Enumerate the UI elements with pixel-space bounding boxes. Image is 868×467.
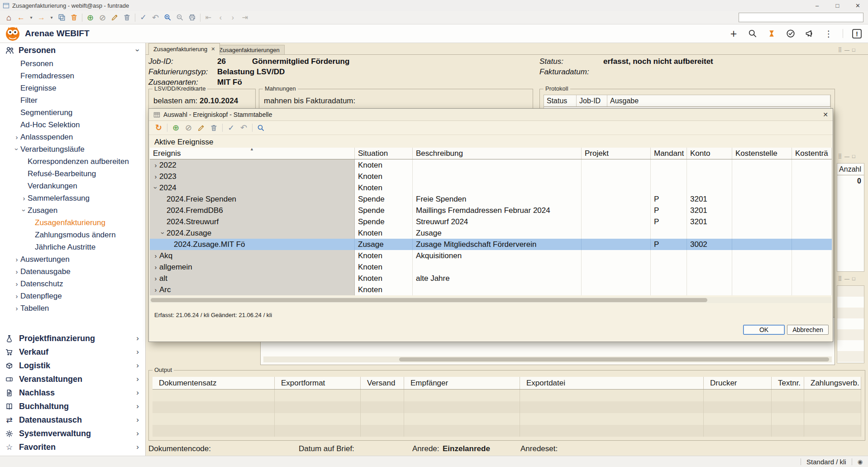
- sidebar-module-nachlass[interactable]: Nachlass›: [0, 386, 145, 400]
- column-header-kostenstelle[interactable]: Kostenstelle: [732, 148, 792, 159]
- event-row-2024-zusage[interactable]: ›2024.ZusageKnotenZusage: [150, 227, 832, 239]
- expander-collapsed-icon[interactable]: ›: [152, 159, 159, 171]
- print-icon[interactable]: [188, 13, 196, 23]
- column-header-kostentr[interactable]: Kostenträ: [792, 148, 832, 159]
- zoom-in-icon[interactable]: [163, 13, 172, 23]
- ok-button[interactable]: OK: [743, 325, 785, 335]
- output-column-textnr[interactable]: Textnr.: [772, 377, 804, 389]
- event-row-2024-streuwurf[interactable]: 2024.StreuwurfSpendeStreuwurf 2024P3201: [150, 216, 832, 227]
- sidebar-item-sammelerfassung[interactable]: ›Sammelerfassung: [0, 192, 145, 204]
- column-header-projekt[interactable]: Projekt: [582, 148, 651, 159]
- forward-icon[interactable]: →: [37, 13, 46, 23]
- chevron-right-icon[interactable]: ›: [13, 280, 20, 288]
- sidebar-module-buchhaltung[interactable]: Buchhaltung›: [0, 400, 145, 413]
- sidebar-item-personen[interactable]: Personen: [0, 58, 145, 70]
- sidebar-item-datenpflege[interactable]: ›Datenpflege: [0, 290, 145, 302]
- event-row-2022[interactable]: ›2022Knoten: [150, 159, 832, 171]
- protokoll-column-job-id[interactable]: Job-ID: [577, 95, 607, 106]
- event-row-2024-zusage-mit-f[interactable]: 2024.Zusage.MIT FöZusageZusage Mitglieds…: [150, 239, 832, 250]
- delete-record-icon[interactable]: [123, 13, 131, 23]
- event-row-allgemein[interactable]: ›allgemeinKnoten: [150, 261, 832, 273]
- megaphone-icon[interactable]: [805, 29, 815, 39]
- output-column-zahlungsverb[interactable]: Zahlungsverb.: [804, 377, 861, 389]
- kebab-menu-icon[interactable]: ⋮: [824, 29, 834, 39]
- sidebar-item-zahlungsmodus-ndern[interactable]: Zahlungsmodus ändern: [0, 229, 145, 241]
- sidebar-item-korrespondenzen-aufbereiten[interactable]: Korrespondenzen aufbereiten: [0, 155, 145, 168]
- event-row-akq[interactable]: ›AkqKnotenAkquisitionen: [150, 250, 832, 261]
- quick-search-input[interactable]: [739, 13, 863, 22]
- status-connection-icon[interactable]: ◉: [858, 458, 863, 465]
- horizontal-scrollbar[interactable]: [263, 356, 832, 362]
- sidebar-item-zusagenfakturierung[interactable]: Zusagenfakturierung: [0, 217, 145, 229]
- panel-controls[interactable]: ⣿—□: [838, 275, 855, 281]
- panel-minimize-icon[interactable]: —: [844, 154, 849, 159]
- edit-icon[interactable]: [110, 13, 119, 23]
- expander-collapsed-icon[interactable]: ›: [152, 284, 159, 295]
- grip-icon[interactable]: ⣿: [838, 153, 842, 159]
- panel-maximize-icon[interactable]: □: [852, 47, 855, 53]
- scrollbar-thumb[interactable]: [151, 298, 707, 302]
- output-column-exportdatei[interactable]: Exportdatei: [520, 377, 704, 389]
- delete-icon[interactable]: [210, 123, 218, 133]
- undo-icon[interactable]: ↶: [151, 13, 160, 23]
- tab-zusagenfakturierung[interactable]: Zusagenfakturierung ✕: [148, 43, 220, 55]
- copy-icon[interactable]: [57, 13, 66, 23]
- hourglass-icon[interactable]: [767, 29, 777, 39]
- new-record-icon[interactable]: ⊕: [172, 123, 180, 133]
- confirm-icon[interactable]: ✓: [139, 13, 148, 23]
- sidebar-module-veranstaltungen[interactable]: Veranstaltungen›: [0, 372, 145, 386]
- chevron-right-icon[interactable]: ›: [13, 292, 20, 300]
- output-column-drucker[interactable]: Drucker: [704, 377, 772, 389]
- nav-first-icon[interactable]: ⇤: [204, 13, 213, 23]
- chevron-right-icon[interactable]: ›: [13, 304, 20, 312]
- expander-collapsed-icon[interactable]: ›: [152, 273, 159, 284]
- sidebar-item-verdankungen[interactable]: Verdankungen: [0, 180, 145, 192]
- chevron-right-icon[interactable]: ›: [13, 133, 20, 141]
- chevron-down-icon[interactable]: ›: [13, 146, 21, 153]
- sidebar-item-datenschutz[interactable]: ›Datenschutz: [0, 278, 145, 290]
- alert-button[interactable]: !: [852, 29, 862, 39]
- event-row-2023[interactable]: ›2023Knoten: [150, 171, 832, 182]
- nav-last-icon[interactable]: ⇥: [241, 13, 249, 23]
- output-column-exportformat[interactable]: Exportformat: [275, 377, 361, 389]
- sidebar-module-verkauf[interactable]: Verkauf›: [0, 345, 145, 359]
- event-row-2024-freie-spenden[interactable]: 2024.Freie SpendenSpendeFreie SpendenP32…: [150, 193, 832, 205]
- refresh-icon[interactable]: ↻: [154, 123, 163, 133]
- chevron-right-icon[interactable]: ›: [13, 268, 20, 275]
- deactivate-icon[interactable]: ⊘: [184, 123, 193, 133]
- sidebar-item-zusagen[interactable]: ›Zusagen: [0, 204, 145, 217]
- panel-minimize-icon[interactable]: —: [844, 276, 849, 281]
- event-row-2024[interactable]: ›2024Knoten: [150, 182, 832, 193]
- dialog-close-icon[interactable]: ✕: [823, 111, 828, 118]
- column-header-mandant[interactable]: Mandant: [651, 148, 687, 159]
- anzahl-column-header[interactable]: Anzahl: [837, 164, 864, 175]
- nav-next-icon[interactable]: ›: [229, 13, 237, 23]
- panel-maximize-icon[interactable]: □: [852, 154, 855, 159]
- expander-collapsed-icon[interactable]: ›: [152, 261, 159, 273]
- chevron-right-icon[interactable]: ›: [13, 255, 20, 263]
- sidebar-module-projektfinanzierung[interactable]: Projektfinanzierung›: [0, 332, 145, 345]
- edit-icon[interactable]: [197, 123, 205, 133]
- panel-controls[interactable]: ⣿—□: [838, 47, 855, 53]
- expander-expanded-icon[interactable]: ›: [150, 184, 162, 192]
- sidebar-item-ad-hoc-selektion[interactable]: Ad-Hoc Selektion: [0, 119, 145, 131]
- panel-minimize-icon[interactable]: —: [844, 47, 849, 53]
- horizontal-scrollbar[interactable]: [150, 297, 832, 303]
- scrollbar-thumb[interactable]: [399, 357, 829, 361]
- sidebar-item-ereignisse[interactable]: Ereignisse: [0, 82, 145, 94]
- event-row-2024-fremddb6[interactable]: 2024.FremdDB6SpendeMaillings Fremdadress…: [150, 205, 832, 216]
- sidebar-item-anlassspenden[interactable]: ›Anlassspenden: [0, 131, 145, 143]
- protokoll-column-ausgabe[interactable]: Ausgabe: [607, 95, 830, 106]
- event-row-alt[interactable]: ›altKnotenalte Jahre: [150, 273, 832, 284]
- delete-icon[interactable]: [70, 13, 78, 23]
- sidebar-item-verarbeitungsl-ufe[interactable]: ›Verarbeitungsläufe: [0, 143, 145, 155]
- forward-menu-icon[interactable]: ▾: [49, 13, 54, 23]
- zoom-out-icon[interactable]: [176, 13, 184, 23]
- sidebar-item-auswertungen[interactable]: ›Auswertungen: [0, 253, 145, 265]
- new-record-icon[interactable]: ⊕: [86, 13, 95, 23]
- sidebar-item-fremdadressen[interactable]: Fremdadressen: [0, 70, 145, 82]
- tab-zusagenfakturierungen[interactable]: Zusagenfakturierungen: [214, 45, 285, 55]
- back-icon[interactable]: ←: [17, 13, 25, 23]
- confirm-icon[interactable]: ✓: [227, 123, 235, 133]
- sidebar-module-datenaustausch[interactable]: ⇄Datenaustausch›: [0, 413, 145, 427]
